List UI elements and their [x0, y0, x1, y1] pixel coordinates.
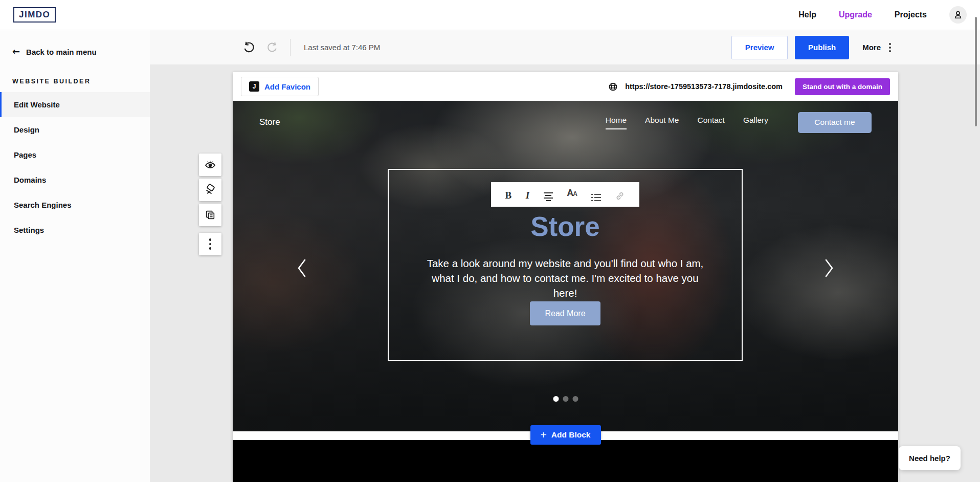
carousel-prev-button[interactable]	[295, 257, 308, 279]
toolbar-divider	[290, 39, 291, 56]
sidebar-item-search-engines[interactable]: Search Engines	[0, 192, 150, 217]
contact-me-button[interactable]: Contact me	[798, 112, 872, 133]
carousel-next-button[interactable]	[822, 257, 836, 279]
site-nav-home[interactable]: Home	[606, 116, 627, 129]
site-nav-about-me[interactable]: About Me	[645, 116, 679, 129]
sidebar-section-title: WEBSITE BUILDER	[12, 78, 150, 85]
need-help-button[interactable]: Need help?	[899, 446, 961, 470]
carousel-dot[interactable]	[563, 396, 568, 402]
upgrade-link[interactable]: Upgrade	[839, 10, 872, 19]
add-favicon-button[interactable]: J Add Favicon	[241, 77, 319, 96]
about-me-title: About Me	[503, 477, 629, 482]
preview-button[interactable]: Preview	[731, 36, 788, 59]
hero-body-text[interactable]: Take a look around my website and you'll…	[419, 256, 711, 300]
bold-button[interactable]: B	[505, 188, 512, 201]
chevron-right-icon	[822, 257, 836, 279]
user-avatar[interactable]	[949, 6, 967, 24]
font-size-button[interactable]: AA	[567, 188, 577, 201]
back-to-main-menu[interactable]: ← Back to main menu	[12, 47, 150, 56]
carousel-dots	[553, 396, 578, 402]
sidebar-item-pages[interactable]: Pages	[0, 142, 150, 167]
block-options-button[interactable]	[199, 233, 221, 255]
carousel-dot[interactable]	[572, 396, 578, 402]
editor-canvas: J Add Favicon https://store-1759513573-7…	[150, 64, 980, 482]
site-nav-contact[interactable]: Contact	[697, 116, 724, 129]
bullet-list-icon	[591, 194, 601, 202]
site-logo[interactable]: Store	[259, 117, 280, 127]
site-url[interactable]: https://store-1759513573-7178.jimdosite.…	[625, 82, 783, 91]
last-saved-status: Last saved at 7:46 PM	[304, 43, 380, 52]
more-label: More	[862, 43, 881, 52]
plus-icon: +	[541, 429, 547, 440]
copy-icon	[205, 209, 216, 221]
duplicate-button[interactable]	[199, 204, 221, 226]
site-header: Store Home About Me Contact Gallery Cont…	[233, 101, 898, 144]
jimdo-logo[interactable]: JIMDO	[13, 7, 56, 23]
eye-icon	[204, 159, 216, 171]
account-nav: Help Upgrade Projects	[798, 6, 967, 24]
back-label: Back to main menu	[26, 48, 97, 56]
align-button[interactable]	[544, 188, 553, 201]
publish-button[interactable]: Publish	[795, 36, 849, 59]
link-icon	[615, 191, 625, 201]
hero-block[interactable]: Store Home About Me Contact Gallery Cont…	[233, 101, 898, 431]
text-format-toolbar: B I AA	[491, 182, 639, 207]
add-block-button[interactable]: + Add Block	[530, 425, 601, 445]
style-button[interactable]	[199, 179, 221, 201]
text-edit-box[interactable]: B I AA	[388, 169, 743, 361]
site-url-bar: J Add Favicon https://store-1759513573-7…	[233, 72, 898, 101]
top-bar: JIMDO Help Upgrade Projects	[0, 0, 980, 30]
hero-title[interactable]: Store	[389, 211, 742, 242]
help-link[interactable]: Help	[798, 10, 816, 19]
site-nav: Home About Me Contact Gallery	[606, 116, 768, 129]
site-preview: J Add Favicon https://store-1759513573-7…	[233, 72, 898, 482]
domain-upsell-button[interactable]: Stand out with a domain	[795, 78, 890, 95]
undo-button[interactable]	[242, 41, 255, 54]
about-me-section[interactable]: About Me	[233, 440, 898, 482]
add-favicon-label: Add Favicon	[264, 82, 310, 91]
align-center-icon	[544, 192, 553, 202]
person-icon	[953, 10, 963, 20]
redo-button[interactable]	[266, 41, 279, 54]
visibility-button[interactable]	[199, 154, 221, 176]
sidebar-item-edit-website[interactable]: Edit Website	[0, 92, 150, 117]
italic-button[interactable]: I	[526, 188, 529, 201]
block-tools	[199, 154, 221, 255]
more-menu[interactable]: More	[862, 41, 893, 54]
sidebar-item-settings[interactable]: Settings	[0, 217, 150, 243]
add-block-label: Add Block	[551, 430, 591, 440]
redo-icon	[266, 41, 279, 54]
globe-icon	[608, 82, 618, 92]
page-scrollbar-thumb[interactable]	[975, 17, 977, 126]
sidebar-item-design[interactable]: Design	[0, 117, 150, 142]
list-button[interactable]	[591, 188, 601, 201]
kebab-menu-icon[interactable]	[887, 41, 893, 54]
editor-toolbar: Last saved at 7:46 PM Preview Publish Mo…	[150, 30, 980, 64]
favicon-placeholder-icon: J	[249, 81, 259, 92]
read-more-button[interactable]: Read More	[530, 301, 600, 325]
sidebar-menu: Edit Website Design Pages Domains Search…	[0, 92, 150, 243]
projects-link[interactable]: Projects	[895, 10, 927, 19]
back-arrow-icon: ←	[12, 47, 20, 56]
style-swatches-icon	[204, 184, 216, 196]
link-button[interactable]	[615, 188, 625, 201]
sidebar-item-domains[interactable]: Domains	[0, 167, 150, 192]
carousel-dot[interactable]	[553, 396, 559, 402]
undo-icon	[242, 41, 255, 54]
sidebar: ← Back to main menu WEBSITE BUILDER Edit…	[0, 30, 150, 482]
site-nav-gallery[interactable]: Gallery	[743, 116, 768, 129]
kebab-vertical-icon	[209, 238, 212, 250]
chevron-left-icon	[295, 257, 308, 279]
